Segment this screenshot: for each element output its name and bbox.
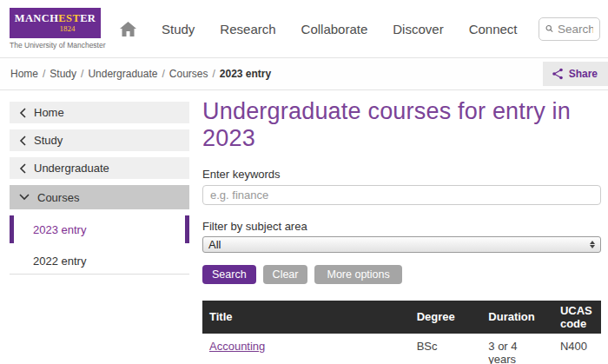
sidebar-nav: Home Study Undergraduate Courses 2023 en… <box>10 102 189 275</box>
breadcrumb-separator: / <box>43 68 45 80</box>
nav-home-link[interactable] <box>120 22 136 36</box>
breadcrumb-link-courses[interactable]: Courses <box>169 68 208 80</box>
column-header-ucas: UCAS code <box>553 301 601 334</box>
sidebar-item-label: Study <box>34 134 63 147</box>
nav-item-discover[interactable]: Discover <box>393 22 443 36</box>
form-buttons: Search Clear More options <box>202 265 601 284</box>
breadcrumb-bar: Home/Study/Undergraduate/Courses/2023 en… <box>0 58 608 90</box>
search-button[interactable]: Search <box>202 265 256 284</box>
breadcrumb-separator: / <box>212 68 215 80</box>
logo-text-accent: EST <box>58 12 80 24</box>
sidebar-item-label: 2023 entry <box>33 223 86 236</box>
clear-button[interactable]: Clear <box>263 265 308 284</box>
sidebar-item-label: 2022 entry <box>33 255 86 268</box>
share-label: Share <box>569 68 598 80</box>
chevron-left-icon <box>19 136 26 146</box>
logo-crest: MANCHESTER 1824 <box>10 8 101 38</box>
duration-cell: 3 or 4 years <box>481 334 553 364</box>
sidebar-item-2022-entry[interactable]: 2022 entry <box>10 248 189 275</box>
home-icon <box>120 22 136 36</box>
filter-label: Filter by subject area <box>202 220 601 233</box>
logo-text: ER <box>80 12 96 24</box>
breadcrumb-separator: / <box>81 68 83 80</box>
sidebar-item-2023-entry[interactable]: 2023 entry <box>10 215 189 243</box>
header-search-box[interactable] <box>539 17 600 41</box>
chevron-down-icon <box>19 194 30 201</box>
column-header-title: Title <box>202 301 410 334</box>
ucas-cell: N400 <box>553 334 601 364</box>
chevron-left-icon <box>19 108 26 118</box>
breadcrumb-link-study[interactable]: Study <box>50 68 76 80</box>
table-row: Accounting BSc 3 or 4 years N400 <box>202 334 601 364</box>
search-icon <box>545 23 553 34</box>
main-content: Undergraduate courses for entry in 2023 … <box>202 90 601 364</box>
subject-area-selected-value: All <box>208 238 221 251</box>
sidebar-item-label: Courses <box>37 191 79 204</box>
more-options-button[interactable]: More options <box>314 265 401 284</box>
courses-table: Title Degree Duration UCAS code Accounti… <box>202 301 601 364</box>
sidebar-item-undergraduate[interactable]: Undergraduate <box>10 157 189 179</box>
logo-year: 1824 <box>60 25 76 33</box>
sidebar-item-study[interactable]: Study <box>10 129 189 151</box>
university-logo[interactable]: MANCHESTER 1824 The University of Manche… <box>10 8 101 50</box>
share-icon <box>552 68 564 80</box>
header-search-input[interactable] <box>558 23 593 36</box>
logo-tagline: The University of Manchester <box>10 41 101 50</box>
breadcrumb-link-home[interactable]: Home <box>10 68 38 80</box>
select-updown-icon <box>590 241 595 248</box>
sidebar-item-home[interactable]: Home <box>10 102 189 123</box>
logo-text: MANCH <box>15 12 59 24</box>
nav-item-connect[interactable]: Connect <box>469 22 518 36</box>
logo-wordmark: MANCHESTER <box>15 13 96 24</box>
degree-cell: BSc <box>410 334 482 364</box>
nav-item-collaborate[interactable]: Collaborate <box>301 22 368 36</box>
nav-item-study[interactable]: Study <box>162 22 195 36</box>
content-area: Home Study Undergraduate Courses 2023 en… <box>0 90 608 364</box>
subject-area-select[interactable]: All <box>202 236 601 253</box>
keywords-input[interactable] <box>202 185 601 205</box>
page-title: Undergraduate courses for entry in 2023 <box>202 98 589 153</box>
breadcrumb-current: 2023 entry <box>220 68 271 80</box>
course-link-accounting[interactable]: Accounting <box>209 340 265 353</box>
sidebar-item-label: Undergraduate <box>34 162 109 175</box>
table-header-row: Title Degree Duration UCAS code <box>202 301 601 334</box>
nav-item-research[interactable]: Research <box>220 22 275 36</box>
keywords-label: Enter keywords <box>202 168 601 181</box>
sidebar-item-courses[interactable]: Courses <box>10 185 189 209</box>
chevron-left-icon <box>19 163 26 174</box>
breadcrumb: Home/Study/Undergraduate/Courses/2023 en… <box>10 68 271 80</box>
sidebar-item-label: Home <box>34 106 64 119</box>
main-nav: Study Research Collaborate Discover Conn… <box>120 22 518 36</box>
share-button[interactable]: Share <box>543 62 608 86</box>
breadcrumb-separator: / <box>162 68 164 80</box>
breadcrumb-link-undergraduate[interactable]: Undergraduate <box>88 68 157 80</box>
column-header-duration: Duration <box>481 301 553 334</box>
site-header: MANCHESTER 1824 The University of Manche… <box>0 0 608 58</box>
column-header-degree: Degree <box>410 301 482 334</box>
